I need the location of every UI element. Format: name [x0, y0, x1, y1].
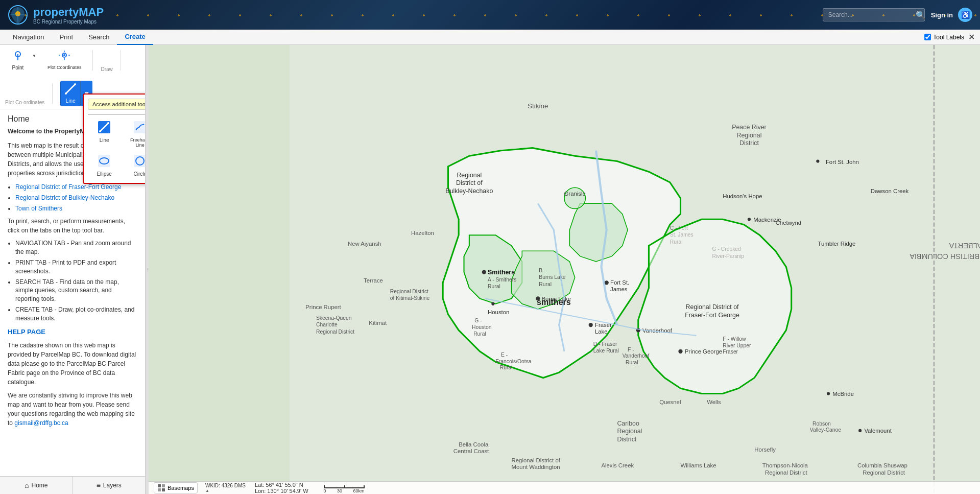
search-input[interactable] — [823, 8, 925, 21]
tab-print[interactable]: Print — [52, 30, 81, 45]
grid-freehand-line-label: Freehand Line — [126, 137, 146, 148]
svg-point-75 — [589, 323, 593, 327]
plot-coordinates-icon — [58, 50, 70, 64]
point-tool-button[interactable]: Point — [5, 48, 31, 73]
svg-point-9 — [63, 54, 65, 56]
plot-coordinates-button[interactable]: Plot Coordinates — [44, 48, 85, 73]
svg-text:Rural: Rural — [488, 284, 500, 289]
links-list: Regional District of Fraser-Fort George … — [8, 183, 137, 213]
tool-labels-area: Tool Labels — [924, 34, 964, 41]
link-town-smithers[interactable]: Town of Smithers — [15, 205, 62, 212]
svg-text:Regional District of: Regional District of — [686, 303, 739, 311]
svg-text:Mount Waddington: Mount Waddington — [512, 464, 560, 470]
grid-item-circle[interactable]: Circle — [124, 153, 146, 179]
navbar: Navigation Print Search Create Tool Labe… — [0, 30, 980, 45]
svg-text:Francois/Ootsa: Francois/Ootsa — [496, 359, 532, 364]
svg-text:Bella Coola: Bella Coola — [459, 441, 489, 448]
plot-co-ordinates-label: Plot Co-ordinates — [5, 100, 44, 105]
svg-point-80 — [678, 349, 682, 354]
tool-labels-checkbox[interactable] — [924, 34, 931, 40]
home-tab-button[interactable]: ⌂ Home — [0, 477, 73, 494]
logo-text: propertyMAP BC Regional Property Maps — [33, 6, 104, 25]
grid-item-line[interactable]: Line — [88, 119, 121, 150]
svg-text:Rural: Rural — [626, 360, 638, 365]
tool-dropdown-panel: Access additional tools in Measure multi… — [83, 93, 146, 184]
svg-text:Columbia Shuswap: Columbia Shuswap — [857, 462, 907, 468]
tab-create[interactable]: Create — [117, 30, 153, 45]
svg-text:Chetwynd: Chetwynd — [776, 220, 802, 226]
instructions-bullets: NAVIGATION TAB - Pan and zoom around the… — [8, 239, 137, 322]
grid-circle-icon — [134, 155, 146, 170]
grid-line-icon — [98, 121, 110, 136]
tab-navigation[interactable]: Navigation — [5, 30, 52, 45]
grid-item-ellipse[interactable]: Ellipse — [88, 153, 121, 179]
svg-text:Houston: Houston — [472, 324, 492, 330]
email-link[interactable]: gismail@rdffg.bc.ca — [14, 419, 68, 427]
svg-text:Robson: Robson — [812, 421, 831, 427]
scale-label-60: 60km — [353, 488, 365, 493]
bullet-create: CREATE TAB - Draw, plot co-ordinates, an… — [15, 305, 137, 323]
main-layout: Point ▼ Plot Coordinates — [0, 45, 980, 494]
grid-ellipse-label: Ellipse — [97, 171, 111, 177]
wkid-label: WKID: 4326 DMS — [205, 483, 246, 488]
svg-rect-128 — [162, 488, 165, 491]
wkid-triangle-icon: ▲ — [205, 488, 209, 493]
map-svg: BRITISH COLUMBIA ALBERTA Stikine Peace R… — [149, 45, 980, 494]
help-page-link[interactable]: HELP PAGE — [8, 328, 137, 336]
svg-point-15 — [99, 130, 101, 132]
tool-dropdown-header: Access additional tools in Measure multi… — [88, 99, 146, 110]
layers-tab-button[interactable]: ≡ Layers — [73, 477, 146, 494]
bullet-nav: NAVIGATION TAB - Pan and zoom around the… — [15, 239, 137, 256]
svg-text:Regional District: Regional District — [765, 469, 808, 476]
link-bulkley-nechako[interactable]: Regional District of Bulkley-Nechako — [15, 194, 114, 201]
svg-text:B -: B - — [539, 268, 545, 273]
svg-text:BRITISH COLUMBIA: BRITISH COLUMBIA — [910, 252, 979, 261]
svg-text:Valley-Canoe: Valley-Canoe — [810, 427, 841, 433]
home-icon: ⌂ — [25, 481, 29, 489]
svg-text:Regional District of: Regional District of — [512, 457, 561, 463]
svg-text:Prince Rupert: Prince Rupert — [305, 304, 341, 310]
improvement-text: We are constantly striving to improve th… — [8, 391, 137, 428]
basemaps-button[interactable]: Basemaps — [154, 482, 198, 493]
svg-text:District: District — [739, 139, 759, 147]
svg-text:Regional: Regional — [736, 132, 761, 139]
svg-point-70 — [491, 302, 494, 305]
search-button[interactable]: 🔍 — [916, 10, 926, 20]
status-bar: Basemaps WKID: 4326 DMS ▲ Lat: 56° 41' 5… — [149, 481, 980, 494]
svg-rect-126 — [162, 484, 165, 487]
svg-text:Prince George: Prince George — [685, 348, 722, 355]
svg-text:Regional District: Regional District — [390, 289, 428, 294]
svg-text:F - Willow: F - Willow — [723, 336, 746, 342]
point-dropdown-arrow[interactable]: ▼ — [32, 54, 36, 58]
svg-text:Stikine: Stikine — [528, 102, 548, 110]
map-area[interactable]: BRITISH COLUMBIA ALBERTA Stikine Peace R… — [149, 45, 980, 494]
tool-labels-label: Tool Labels — [933, 34, 964, 41]
svg-text:Skeena-Queen: Skeena-Queen — [316, 315, 352, 321]
tab-search[interactable]: Search — [81, 30, 117, 45]
svg-point-105 — [827, 392, 830, 395]
grid-freehand-line-icon — [134, 121, 146, 136]
signin-button[interactable]: Sign in — [931, 11, 953, 19]
svg-text:Granisle: Granisle — [564, 191, 586, 197]
grid-item-freehand-line[interactable]: Freehand Line — [124, 119, 146, 150]
header-right: 🔍 Sign in ♿ — [823, 8, 972, 22]
svg-text:Tumbler Ridge: Tumbler Ridge — [818, 241, 855, 247]
scale-labels: 0 30 60km — [324, 488, 365, 493]
instructions-intro: To print, search, or perform measurement… — [8, 217, 137, 235]
toolbar-separator-1 — [92, 50, 93, 70]
bullet-print: PRINT TAB - Print to PDF and export scre… — [15, 258, 137, 276]
svg-text:District: District — [617, 436, 636, 443]
svg-text:Regional District: Regional District — [316, 329, 354, 335]
nav-right: Tool Labels ✕ — [924, 32, 975, 42]
scale-label-30: 30 — [337, 488, 342, 493]
close-navbar-button[interactable]: ✕ — [968, 32, 975, 42]
svg-text:Quesnel: Quesnel — [659, 399, 681, 405]
link-fraser-george[interactable]: Regional District of Fraser-Fort George — [15, 183, 121, 191]
line-tool-button[interactable]: Line — [60, 81, 81, 106]
lat-label: Lat: 56° 41' 55.0" N — [255, 482, 303, 488]
svg-rect-125 — [158, 484, 161, 487]
svg-text:New Aiyansh: New Aiyansh — [348, 241, 381, 247]
svg-text:Houston: Houston — [488, 309, 509, 315]
accessibility-button[interactable]: ♿ — [958, 8, 972, 22]
logo-icon — [8, 5, 28, 25]
